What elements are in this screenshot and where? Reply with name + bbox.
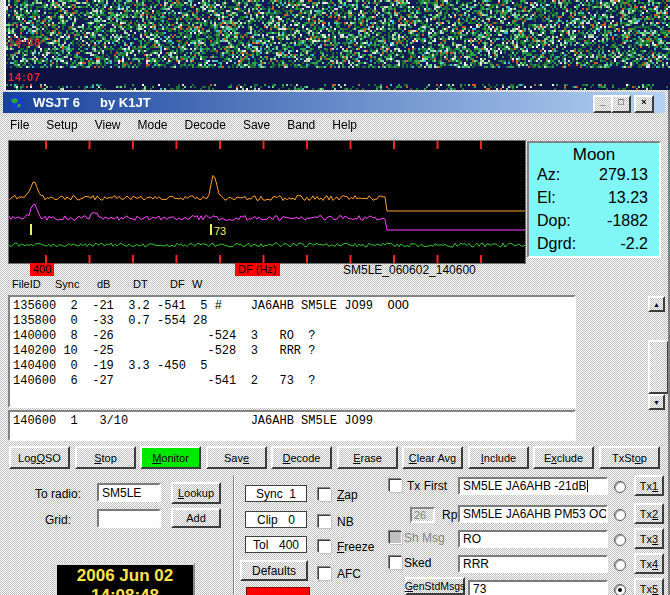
tx2-radio[interactable] <box>614 509 626 521</box>
waterfall-timestamp: 14:07 <box>8 71 41 83</box>
nb-checkbox[interactable] <box>318 515 331 528</box>
menu-help[interactable]: Help <box>332 118 357 132</box>
minimize-button[interactable]: _ <box>593 95 613 113</box>
spectrum-graph[interactable]: 73 <box>8 140 526 264</box>
log-qso-button[interactable]: Log QSO <box>9 446 70 469</box>
header-w: W <box>192 278 202 290</box>
maximize-button[interactable]: □ <box>611 95 631 113</box>
txstop-button[interactable]: TxStop <box>599 446 660 469</box>
moon-row: Dgrd:-2.2 <box>529 230 659 253</box>
tx4-radio[interactable] <box>614 559 626 571</box>
decode-line[interactable]: 135800 0 -33 0.7 -554 28 <box>13 314 574 329</box>
tx1-radio[interactable] <box>614 481 626 493</box>
save-button[interactable]: Save <box>206 446 267 469</box>
defaults-button[interactable]: Defaults <box>240 560 308 581</box>
tx-first-label: Tx First <box>407 479 447 493</box>
clip-label: Clip <box>257 513 278 527</box>
moon-dop-value: -1882 <box>607 212 648 230</box>
decode-line[interactable]: 140600 6 -27 -541 2 73 ? <box>13 374 574 389</box>
scroll-up-icon[interactable]: ▲ <box>648 296 665 312</box>
sked-checkbox[interactable] <box>389 556 402 569</box>
decode-scrollbar[interactable]: ▲ ▼ <box>648 296 665 410</box>
tx2-button[interactable]: Tx2 <box>634 503 664 524</box>
header-sync: Sync <box>55 278 79 290</box>
gen-std-msgs-button[interactable]: GenStdMsgs <box>405 577 465 595</box>
moon-dop-label: Dop: <box>537 212 571 230</box>
erase-button[interactable]: Erase <box>337 446 398 469</box>
scroll-down-icon[interactable]: ▼ <box>648 394 665 410</box>
tx1-button[interactable]: Tx1 <box>634 475 664 496</box>
tol-value: 400 <box>279 538 299 552</box>
stop-button[interactable]: Stop <box>75 446 136 469</box>
waterfall-display[interactable] <box>6 0 670 90</box>
decode-text-area[interactable]: 135600 2 -21 3.2 -541 5 # JA6AHB SM5LE J… <box>8 295 576 408</box>
tx5-radio[interactable] <box>614 584 626 595</box>
menu-file[interactable]: File <box>10 118 29 132</box>
wsjt-window: WSJT 6 by K1JT _ □ × File Setup View Mod… <box>0 90 670 595</box>
rpt-input[interactable]: 26 <box>410 507 435 523</box>
tx2-message-input[interactable]: SM5LE JA6AHB PM53 OOO <box>458 505 608 523</box>
cursor-freq-label: 400 <box>30 263 54 276</box>
afc-label: AFC <box>337 567 361 581</box>
moon-el-label: El: <box>537 189 556 207</box>
tx3-radio[interactable] <box>614 534 626 546</box>
sh-msg-label: Sh Msg <box>404 531 445 545</box>
tx-indicator-lamp <box>246 587 310 595</box>
include-button[interactable]: Include <box>468 446 529 469</box>
grid-input[interactable] <box>97 509 161 528</box>
close-button[interactable]: × <box>634 95 654 113</box>
tx1-message-input[interactable]: SM5LE JA6AHB -21dB <box>458 477 608 495</box>
moon-row: Az:279.13 <box>529 165 659 184</box>
decode-line[interactable]: 140200 10 -25 -528 3 RRR ? <box>13 344 574 359</box>
sh-msg-checkbox <box>389 531 402 544</box>
menu-decode[interactable]: Decode <box>185 118 226 132</box>
tx3-message-input[interactable]: RO <box>458 530 608 548</box>
tx4-message-input[interactable]: RRR <box>458 555 608 573</box>
menu-save[interactable]: Save <box>243 118 270 132</box>
menu-mode[interactable]: Mode <box>138 118 168 132</box>
tx-first-checkbox[interactable] <box>389 479 402 492</box>
scroll-thumb[interactable] <box>648 340 669 394</box>
moon-az-value: 279.13 <box>599 166 648 184</box>
menu-setup[interactable]: Setup <box>46 118 77 132</box>
exclude-button[interactable]: Exclude <box>533 446 594 469</box>
tx5-message-input[interactable]: 73 <box>468 580 608 595</box>
zap-checkbox[interactable] <box>318 488 331 501</box>
freeze-checkbox[interactable] <box>318 540 331 553</box>
average-text-area[interactable]: 140600 1 3/10 JA6AHB SM5LE JO99 <box>8 410 576 441</box>
decode-button[interactable]: Decode <box>271 446 332 469</box>
moon-az-label: Az: <box>537 166 560 184</box>
tol-control[interactable]: Tol400 <box>245 536 307 553</box>
monitor-button[interactable]: Monitor <box>140 446 201 469</box>
to-radio-value: SM5LE <box>102 486 141 500</box>
menu-band[interactable]: Band <box>287 118 315 132</box>
decode-line[interactable]: 135600 2 -21 3.2 -541 5 # JA6AHB SM5LE J… <box>13 299 574 314</box>
utc-clock: 2006 Jun 02 14:08:48 <box>55 563 195 595</box>
menu-bar: File Setup View Mode Decode Save Band He… <box>3 115 670 134</box>
clip-control[interactable]: Clip0 <box>245 511 307 528</box>
tx4-message-value: RRR <box>463 557 489 571</box>
tx5-button[interactable]: Tx5 <box>634 578 664 595</box>
lookup-button[interactable]: Lookup <box>171 482 221 504</box>
menu-view[interactable]: View <box>95 118 121 132</box>
window-title-author: by K1JT <box>100 95 151 110</box>
clear-avg-button[interactable]: Clear Avg <box>402 446 463 469</box>
to-radio-label: To radio: <box>35 487 81 501</box>
afc-checkbox[interactable] <box>318 567 331 580</box>
sync-control[interactable]: Sync1 <box>245 485 307 502</box>
header-fileid: FileID <box>12 278 41 290</box>
decode-line[interactable]: 140400 0 -19 3.3 -450 5 <box>13 359 574 374</box>
add-button[interactable]: Add <box>171 508 221 528</box>
average-line[interactable]: 140600 1 3/10 JA6AHB SM5LE JO99 <box>13 414 574 429</box>
moon-el-value: 13.23 <box>608 189 648 207</box>
to-radio-input[interactable]: SM5LE <box>97 483 161 502</box>
tx3-message-value: RO <box>463 532 481 546</box>
message-marker <box>210 224 212 235</box>
freeze-label: Freeze <box>337 540 374 554</box>
tx3-button[interactable]: Tx3 <box>634 528 664 549</box>
tx4-button[interactable]: Tx4 <box>634 553 664 574</box>
tx2-message-value: SM5LE JA6AHB PM53 OOO <box>463 507 608 521</box>
decode-line[interactable]: 140000 8 -26 -524 3 RO ? <box>13 329 574 344</box>
clip-value: 0 <box>288 513 295 527</box>
tx1-message-value: SM5LE JA6AHB -21dB <box>463 479 586 493</box>
